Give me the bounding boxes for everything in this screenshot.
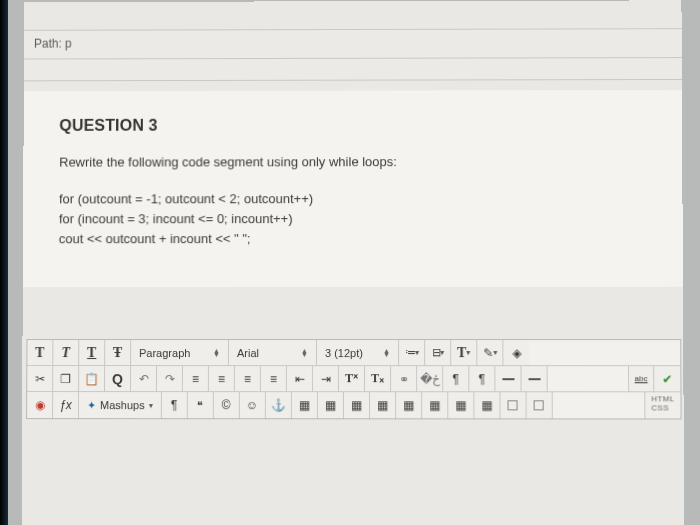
bold-button[interactable]: T bbox=[27, 340, 53, 365]
table-props-button[interactable]: ▦ bbox=[474, 393, 500, 419]
cut-button[interactable]: ✂ bbox=[27, 366, 53, 391]
quote-icon: ❝ bbox=[197, 399, 203, 412]
pilcrow-icon: ¶ bbox=[453, 372, 459, 386]
link-button[interactable]: ⚭ bbox=[391, 367, 417, 392]
record-icon: ◉ bbox=[35, 398, 45, 412]
rtl-button[interactable]: ¶ bbox=[469, 367, 495, 392]
unlink-icon: �ځ bbox=[420, 372, 440, 386]
updown-icon: ▲▼ bbox=[301, 349, 308, 357]
align-icon: ≡ bbox=[270, 372, 277, 386]
align-right-button[interactable]: ≡ bbox=[235, 367, 261, 392]
grid-icon: ▦ bbox=[377, 399, 388, 413]
question-prompt: Rewrite the following code segment using… bbox=[59, 154, 646, 170]
hr-button-2[interactable] bbox=[521, 367, 547, 392]
table-del-button[interactable]: ▦ bbox=[448, 393, 474, 419]
strike-button[interactable]: Ŧ bbox=[105, 340, 131, 365]
superscript-button[interactable]: Tˣ bbox=[339, 367, 365, 392]
format-select[interactable]: Paragraph ▲▼ bbox=[131, 340, 229, 365]
anchor-icon: ⚓ bbox=[271, 399, 286, 413]
show-blocks-button[interactable]: ¶ bbox=[161, 393, 187, 419]
grid-icon: ▦ bbox=[299, 399, 310, 413]
find-button[interactable]: Q bbox=[105, 366, 131, 391]
updown-icon: ▲▼ bbox=[213, 349, 220, 357]
align-icon: ≡ bbox=[218, 372, 225, 386]
dash-icon bbox=[502, 378, 514, 380]
align-justify-button[interactable]: ≡ bbox=[261, 367, 287, 392]
grid-icon: ▦ bbox=[403, 399, 414, 413]
table-button[interactable]: ▦ bbox=[292, 393, 318, 419]
table-cell-button[interactable]: ▦ bbox=[370, 393, 396, 419]
rich-text-toolbar: T T T Ŧ Paragraph ▲▼ Arial ▲▼ 3 (12pt) ▲… bbox=[26, 339, 682, 419]
blockquote-button[interactable]: ❝ bbox=[187, 393, 213, 419]
table-col-button[interactable]: ▦ bbox=[344, 393, 370, 419]
pen-icon: ✎ bbox=[483, 346, 493, 360]
question-title: QUESTION 3 bbox=[59, 116, 646, 135]
table-split-button[interactable]: ▦ bbox=[422, 393, 448, 419]
outdent-button[interactable]: ⇤ bbox=[287, 367, 313, 392]
italic-button[interactable]: T bbox=[53, 340, 79, 365]
question-block: QUESTION 3 Rewrite the following code se… bbox=[23, 90, 683, 288]
toolbar-row-2: ✂ ❐ 📋 Q ↶ ↷ ≡ ≡ ≡ ≡ ⇤ ⇥ Tˣ Tₓ ⚭ �ځ ¶ ¶ a… bbox=[27, 366, 680, 392]
path-bar: Path: p bbox=[24, 28, 682, 59]
box-button[interactable] bbox=[500, 393, 526, 419]
underline-button[interactable]: T bbox=[79, 340, 105, 365]
bulleted-list-button[interactable]: ≔▾ bbox=[399, 340, 425, 365]
toolbar-row-3: ◉ ƒx ✦ Mashups ▾ ¶ ❝ © ☺ ⚓ ▦ ▦ ▦ ▦ ▦ ▦ ▦… bbox=[27, 392, 681, 418]
align-left-button[interactable]: ≡ bbox=[183, 366, 209, 391]
section-divider bbox=[24, 58, 682, 81]
symbol-button[interactable]: © bbox=[213, 393, 239, 419]
copy-button[interactable]: ❐ bbox=[53, 366, 79, 391]
align-center-button[interactable]: ≡ bbox=[209, 366, 235, 391]
paste-button[interactable]: 📋 bbox=[79, 366, 105, 391]
font-select[interactable]: Arial ▲▼ bbox=[229, 340, 317, 365]
clear-format-button[interactable]: ◈ bbox=[503, 340, 529, 365]
grid-icon: ▦ bbox=[351, 399, 362, 413]
code-block: for (outcount = -1; outcount < 2; outcou… bbox=[59, 189, 647, 250]
grid-icon: ▦ bbox=[429, 399, 440, 413]
hr-button[interactable] bbox=[495, 367, 521, 392]
redo-button[interactable]: ↷ bbox=[157, 366, 183, 391]
emoticon-button[interactable]: ☺ bbox=[239, 393, 265, 419]
align-icon: ≡ bbox=[192, 372, 199, 386]
scissors-icon: ✂ bbox=[35, 372, 45, 386]
copyright-icon: © bbox=[222, 399, 231, 413]
anchor-button[interactable]: ⚓ bbox=[265, 393, 291, 419]
indent-button[interactable]: ⇥ bbox=[313, 367, 339, 392]
copy-icon: ❐ bbox=[60, 372, 71, 386]
fx-button[interactable]: ƒx bbox=[53, 392, 79, 418]
dash-icon bbox=[528, 378, 540, 380]
check-icon: ✔ bbox=[662, 372, 672, 386]
search-icon: Q bbox=[112, 371, 123, 387]
align-icon: ≡ bbox=[244, 372, 251, 386]
mashups-select[interactable]: ✦ Mashups ▾ bbox=[79, 392, 162, 418]
path-text: Path: p bbox=[34, 37, 72, 51]
grid-icon: ▦ bbox=[481, 399, 492, 413]
subscript-button[interactable]: Tₓ bbox=[365, 367, 391, 392]
grid-icon: ▦ bbox=[455, 399, 466, 413]
undo-icon: ↶ bbox=[138, 372, 148, 386]
code-line: for (incount = 3; incount <= 0; incount+… bbox=[59, 209, 647, 230]
table-row-button[interactable]: ▦ bbox=[318, 393, 344, 419]
square-icon bbox=[534, 401, 544, 411]
pilcrow-icon: ¶ bbox=[479, 372, 486, 386]
square-icon bbox=[508, 401, 518, 411]
table-merge-button[interactable]: ▦ bbox=[396, 393, 422, 419]
unlink-button[interactable]: �ځ bbox=[417, 367, 443, 392]
html-css-toggle[interactable]: HTML CSS bbox=[644, 393, 680, 419]
text-color-button[interactable]: T▾ bbox=[451, 340, 477, 365]
toolbar-row-1: T T T Ŧ Paragraph ▲▼ Arial ▲▼ 3 (12pt) ▲… bbox=[27, 340, 680, 366]
clipboard-icon: 📋 bbox=[84, 372, 99, 386]
check-button[interactable]: ✔ bbox=[654, 367, 680, 392]
page-content: Path: p QUESTION 3 Rewrite the following… bbox=[22, 0, 685, 525]
ltr-button[interactable]: ¶ bbox=[443, 367, 469, 392]
code-line: cout << outcount + incount << " "; bbox=[59, 229, 647, 250]
fontsize-select[interactable]: 3 (12pt) ▲▼ bbox=[317, 340, 399, 365]
redo-icon: ↷ bbox=[164, 372, 174, 386]
undo-button[interactable]: ↶ bbox=[131, 366, 157, 391]
spellcheck-button[interactable]: abc bbox=[628, 367, 654, 392]
code-line: for (outcount = -1; outcount < 2; outcou… bbox=[59, 189, 646, 210]
record-button[interactable]: ◉ bbox=[27, 392, 53, 418]
highlight-button[interactable]: ✎▾ bbox=[477, 340, 503, 365]
numbered-list-button[interactable]: ⊟▾ bbox=[425, 340, 451, 365]
box-button-2[interactable] bbox=[526, 393, 552, 419]
